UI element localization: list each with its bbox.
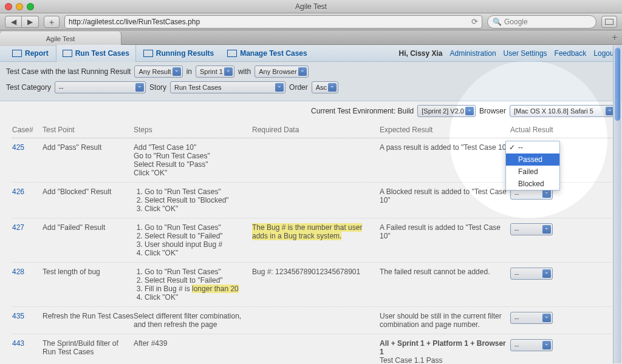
case-link[interactable]: 425 — [12, 143, 43, 177]
address-bar[interactable]: http://agiletest.cc/live/RunTestCases.ph… — [64, 15, 482, 29]
required-data: The Bug # is the number that user adds i… — [252, 223, 380, 257]
story-select[interactable]: Run Test Cases — [170, 81, 285, 93]
chart-icon — [12, 50, 22, 57]
order-select[interactable]: Asc — [312, 81, 338, 93]
actual-result-select[interactable]: -- — [510, 339, 553, 351]
col-case: Case# — [12, 126, 43, 134]
reload-icon[interactable]: ⟳ — [471, 17, 478, 26]
dropdown-option[interactable]: Failed — [506, 166, 559, 178]
case-link[interactable]: 443 — [12, 339, 43, 364]
required-data — [252, 187, 380, 213]
actual-result-select[interactable]: -- — [510, 223, 553, 235]
new-tab-button[interactable]: + — [607, 30, 622, 44]
table-header: Case# Test Point Steps Required Data Exp… — [12, 121, 612, 138]
col-req: Required Data — [252, 126, 380, 134]
filters-panel: Test Case with the last Running Result A… — [0, 62, 622, 101]
required-data — [252, 143, 380, 177]
table-row: 428Test length of bugGo to "Run Test Cas… — [12, 263, 612, 307]
browser-filter-select[interactable]: Any Browser — [255, 66, 308, 78]
env-label: Browser — [479, 107, 506, 115]
col-exp: Expected Result — [380, 126, 510, 134]
expected-result: A pass result is added to "Test Case 10" — [380, 143, 510, 177]
steps-cell: Go to "Run Test Cases"Select Result to "… — [134, 223, 252, 257]
actual-result-select[interactable]: -- — [510, 312, 553, 324]
nav-label: Report — [25, 49, 49, 58]
case-link[interactable]: 427 — [12, 223, 43, 257]
expected-result: All + Sprint 1 + Platform 1 + Browser 1T… — [380, 339, 510, 364]
env-browser-select[interactable]: [Mac OS X 10.6.8] Safari 5 — [510, 105, 616, 117]
expected-result: A Blocked result is added to "Test Case … — [380, 187, 510, 213]
actual-result-cell: -- — [510, 312, 592, 329]
category-select[interactable]: -- — [55, 81, 146, 93]
browser-toolbar: ◀ ▶ ＋ http://agiletest.cc/live/RunTestCa… — [0, 13, 622, 30]
greeting: Hi, Cissy Xia — [398, 49, 442, 58]
actual-result-cell: -- — [510, 268, 592, 302]
case-link[interactable]: 428 — [12, 268, 43, 302]
show-all-tabs-button[interactable] — [601, 16, 617, 28]
actual-result-cell: -- — [510, 339, 592, 364]
search-icon: 🔍 — [493, 18, 502, 26]
link-feedback[interactable]: Feedback — [555, 49, 587, 58]
window-titlebar: Agile Test — [0, 0, 622, 13]
case-link[interactable]: 426 — [12, 187, 43, 213]
forward-button[interactable]: ▶ — [22, 16, 39, 28]
nav-manage-test-cases[interactable]: Manage Test Cases — [221, 45, 313, 62]
dropdown-option[interactable]: Blocked — [506, 178, 559, 190]
col-steps: Steps — [134, 126, 252, 134]
browser-tab[interactable]: Agile Test — [0, 32, 121, 46]
search-field[interactable]: 🔍 Google — [487, 15, 596, 29]
env-row: Current Test Evnironment: Build [Sprint … — [0, 101, 622, 121]
build-select[interactable]: [Sprint 2] V2.0 — [417, 105, 476, 117]
nav-running-results[interactable]: Running Results — [137, 45, 220, 62]
actual-result-select[interactable]: -- — [510, 268, 553, 280]
nav-buttons: ◀ ▶ — [5, 16, 39, 28]
nav-label: Run Test Cases — [75, 49, 129, 58]
steps-cell: After #439 — [134, 339, 252, 364]
steps-cell: Go to "Run Test Cases"Select Result to "… — [134, 268, 252, 302]
bug-icon — [143, 50, 153, 57]
browser-tab-label: Agile Test — [46, 35, 75, 42]
add-bookmark-button[interactable]: ＋ — [44, 16, 60, 28]
required-data: Bug #: 123456789012345678901 — [252, 268, 380, 302]
window-title: Agile Test — [0, 2, 622, 11]
actual-result-cell: -- — [510, 187, 592, 213]
table-row: 435Refresh the Run Test CasesSelect diff… — [12, 307, 612, 334]
table-row: 427Add "Failed" ResultGo to "Run Test Ca… — [12, 218, 612, 263]
sprint-select[interactable]: Sprint 1 — [196, 66, 234, 78]
steps-cell: Add "Test Case 10"Go to "Run Test Cases"… — [134, 143, 252, 177]
case-link[interactable]: 435 — [12, 312, 43, 329]
app-nav: Report Run Test Cases Running Results Ma… — [0, 45, 622, 62]
expected-result: The failed result cannot be added. — [380, 268, 510, 302]
filter-label: Test Case with the last Running Result — [6, 67, 131, 76]
steps-cell: Select different filter combination, and… — [134, 312, 252, 329]
dropdown-option[interactable]: -- — [506, 141, 559, 153]
back-button[interactable]: ◀ — [5, 16, 22, 28]
required-data — [252, 312, 380, 329]
nav-report[interactable]: Report — [6, 45, 55, 62]
test-point: Add "Failed" Result — [43, 223, 134, 257]
expected-result: A Failed result is added to "Test Case 1… — [380, 223, 510, 257]
link-administration[interactable]: Administration — [450, 49, 496, 58]
required-data — [252, 339, 380, 364]
result-select[interactable]: Any Result — [134, 66, 182, 78]
nav-run-test-cases[interactable]: Run Test Cases — [56, 45, 136, 62]
col-point: Test Point — [43, 126, 134, 134]
link-user-settings[interactable]: User Settings — [504, 49, 547, 58]
grid-icon — [227, 50, 237, 57]
expected-result: User should be still in the current filt… — [380, 312, 510, 329]
test-point: Add "Pass" Result — [43, 143, 134, 177]
browser-tabstrip: Agile Test + — [0, 30, 622, 45]
test-point: Refresh the Run Test Cases — [43, 312, 134, 329]
filter-label: Story — [149, 83, 166, 92]
filter-label: Order — [289, 83, 308, 92]
filter-label: with — [238, 67, 251, 76]
filter-label: Test Category — [6, 83, 51, 92]
dropdown-option[interactable]: Passed — [506, 153, 559, 166]
search-placeholder: Google — [504, 18, 528, 26]
actual-result-dropdown[interactable]: -- Passed Failed Blocked — [505, 141, 560, 190]
checklist-icon — [63, 50, 72, 57]
filter-label: in — [186, 67, 192, 76]
scrollbar-thumb[interactable] — [615, 48, 620, 121]
vertical-scrollbar[interactable] — [613, 46, 621, 363]
actual-result-cell: -- — [510, 223, 592, 257]
